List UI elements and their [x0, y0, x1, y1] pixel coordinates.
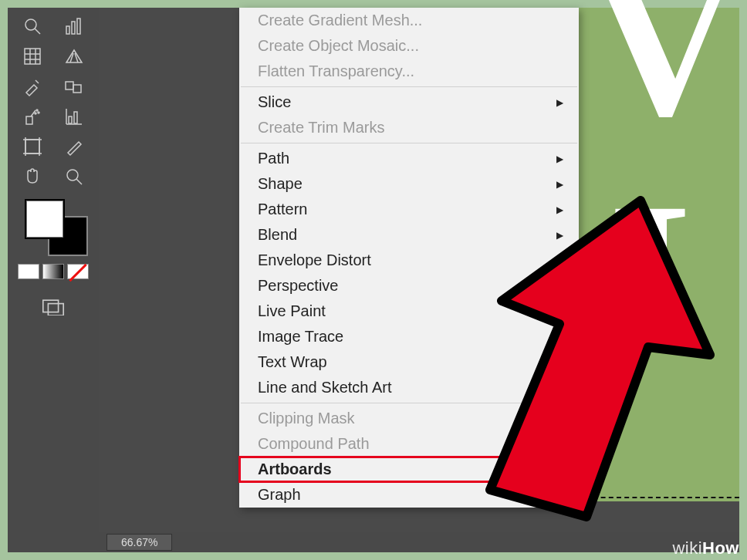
fill-color[interactable] — [25, 199, 65, 239]
symbol-sprayer-tool[interactable] — [13, 103, 52, 130]
svg-rect-29 — [43, 300, 59, 312]
menu-item-flatten-transparency: Flatten Transparency... — [239, 59, 579, 84]
canvas-text-i: I — [608, 170, 692, 386]
menu-item-label: Compound Path — [258, 435, 370, 453]
menu-item-label: Shape — [258, 175, 303, 193]
menu-item-label: Create Trim Marks — [258, 119, 384, 137]
solid-color-mode[interactable] — [18, 264, 39, 279]
menu-item-label: Artboards — [258, 460, 332, 478]
svg-point-15 — [36, 110, 38, 111]
eyedropper-tool[interactable] — [13, 73, 52, 100]
graph-tool[interactable] — [55, 12, 93, 39]
zoom-tool[interactable] — [13, 12, 52, 39]
submenu-arrow-icon: ▶ — [556, 490, 563, 501]
menu-item-text-wrap[interactable]: Text Wrap▶ — [239, 349, 579, 375]
menu-item-graph[interactable]: Graph▶ — [239, 482, 579, 508]
menu-separator — [241, 143, 577, 143]
gradient-mode[interactable] — [42, 264, 64, 279]
menu-item-label: Create Object Mosaic... — [258, 37, 419, 55]
menu-item-label: Line and Sketch Art — [258, 379, 391, 396]
menu-item-label: Path — [258, 150, 289, 167]
menu-item-create-object-mosaic: Create Object Mosaic... — [239, 33, 579, 59]
menu-item-artboards[interactable]: Artboards▶ — [239, 457, 579, 482]
menu-item-label: Flatten Transparency... — [258, 62, 414, 80]
canvas-text-c: C — [742, 170, 747, 386]
menu-item-line-and-sketch-art[interactable]: Line and Sketch Art▶ — [239, 375, 579, 400]
menu-item-slice[interactable]: Slice▶ — [239, 89, 579, 115]
submenu-arrow-icon: ▶ — [556, 357, 563, 368]
svg-point-0 — [25, 19, 36, 30]
menu-item-compound-path: Compound Path▶ — [239, 431, 579, 457]
submenu-arrow-icon: ▶ — [556, 255, 563, 266]
menu-item-image-trace[interactable]: Image Trace▶ — [239, 324, 579, 349]
submenu-arrow-icon: ▶ — [556, 439, 563, 450]
menu-item-label: Create Gradient Mesh... — [258, 12, 422, 29]
menu-item-pattern[interactable]: Pattern▶ — [239, 197, 579, 222]
menu-item-label: Clipping Mask — [258, 410, 355, 427]
color-swatches[interactable] — [19, 199, 88, 253]
menu-separator — [241, 86, 577, 87]
menu-item-blend[interactable]: Blend▶ — [239, 222, 579, 248]
perspective-grid-tool[interactable] — [55, 42, 93, 69]
svg-point-16 — [38, 112, 39, 113]
svg-rect-30 — [48, 304, 63, 315]
submenu-arrow-icon: ▶ — [556, 464, 563, 475]
svg-line-1 — [35, 29, 40, 34]
zoom-level[interactable]: 66.67% — [106, 534, 172, 551]
submenu-arrow-icon: ▶ — [556, 97, 563, 108]
menu-item-live-paint[interactable]: Live Paint▶ — [239, 299, 579, 324]
menu-item-label: Perspective — [258, 277, 339, 295]
svg-rect-22 — [25, 140, 39, 153]
submenu-arrow-icon: ▶ — [556, 383, 563, 393]
color-mode-row — [18, 264, 89, 279]
svg-rect-4 — [77, 19, 80, 34]
submenu-arrow-icon: ▶ — [556, 230, 563, 241]
submenu-arrow-icon: ▶ — [556, 306, 563, 317]
svg-rect-5 — [25, 49, 40, 64]
menu-item-clipping-mask: Clipping Mask▶ — [239, 406, 579, 431]
menu-item-create-gradient-mesh: Create Gradient Mesh... — [239, 8, 579, 33]
submenu-arrow-icon: ▶ — [556, 179, 563, 190]
screen-mode-button[interactable] — [38, 296, 69, 318]
magnify-tool[interactable] — [55, 163, 93, 190]
none-color-mode[interactable] — [67, 264, 89, 279]
mesh-tool[interactable] — [13, 42, 52, 69]
svg-rect-20 — [69, 116, 72, 123]
column-graph-tool[interactable] — [55, 103, 93, 130]
menu-item-label: Blend — [258, 226, 297, 244]
svg-rect-3 — [72, 22, 75, 34]
submenu-arrow-icon: ▶ — [556, 332, 563, 342]
menu-item-path[interactable]: Path▶ — [239, 146, 579, 171]
svg-rect-12 — [66, 82, 73, 89]
svg-line-28 — [76, 179, 82, 184]
svg-rect-14 — [26, 116, 32, 124]
submenu-arrow-icon: ▶ — [556, 281, 563, 292]
slice-tool[interactable] — [55, 133, 93, 160]
menu-item-label: Live Paint — [258, 302, 326, 320]
menu-item-label: Image Trace — [258, 328, 343, 346]
menu-item-label: Graph — [258, 486, 301, 504]
menu-item-perspective[interactable]: Perspective▶ — [239, 273, 579, 299]
object-menu[interactable]: Create Gradient Mesh...Create Object Mos… — [239, 8, 579, 508]
menu-item-label: Pattern — [258, 201, 307, 218]
submenu-arrow-icon: ▶ — [556, 413, 563, 424]
submenu-arrow-icon: ▶ — [556, 204, 563, 215]
menu-item-label: Envelope Distort — [258, 251, 371, 269]
app-frame: V I C 66.67% Create Gradient Mesh...Crea… — [8, 8, 739, 552]
svg-point-17 — [35, 113, 36, 114]
menu-item-envelope-distort[interactable]: Envelope Distort▶ — [239, 248, 579, 273]
artboard-tool[interactable] — [13, 133, 52, 160]
wikihow-watermark: wikiHow — [672, 538, 739, 558]
svg-rect-2 — [66, 26, 69, 34]
status-bar: 66.67% — [99, 532, 739, 552]
menu-item-label: Slice — [258, 93, 291, 111]
svg-rect-13 — [73, 85, 81, 93]
canvas-text-v: V — [593, 0, 738, 147]
tool-dock — [8, 8, 99, 552]
blend-tool[interactable] — [55, 73, 93, 100]
menu-item-create-trim-marks: Create Trim Marks — [239, 115, 579, 140]
watermark-prefix: wiki — [672, 538, 702, 558]
menu-item-shape[interactable]: Shape▶ — [239, 171, 579, 197]
hand-tool[interactable] — [13, 163, 52, 190]
svg-point-27 — [67, 170, 78, 180]
